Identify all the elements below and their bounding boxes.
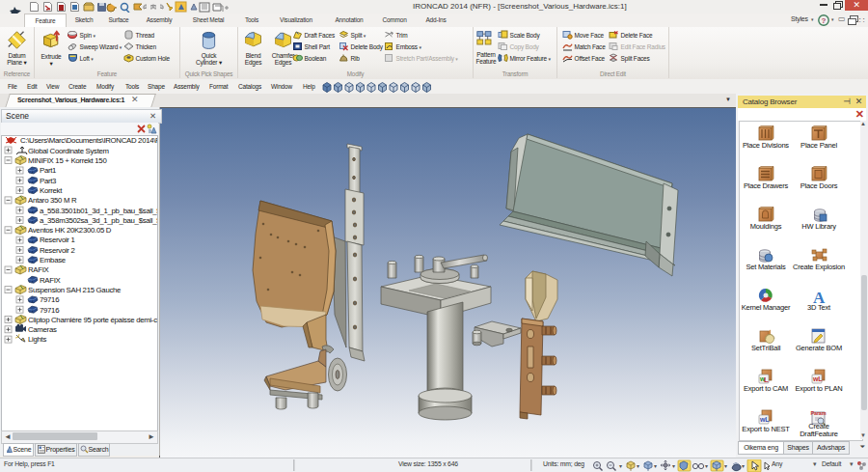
svg-text:Embase: Embase xyxy=(40,256,66,264)
svg-text:a_358m3502sa_3d_1_pb_bau_$sall: a_358m3502sa_3d_1_pb_bau_$sall_$acad_$ xyxy=(40,216,157,225)
svg-text:Cliptop Charnière 95 porte épa: Cliptop Charnière 95 porte épaisse demi-… xyxy=(28,316,157,324)
svg-text:▾: ▾ xyxy=(637,463,639,469)
svg-text:wL: wL xyxy=(759,416,770,423)
svg-text:Place Doors: Place Doors xyxy=(800,181,838,190)
svg-text:▾: ▾ xyxy=(619,463,622,469)
svg-text:DraftFeature: DraftFeature xyxy=(800,430,838,438)
svg-text:Part3: Part3 xyxy=(40,177,56,185)
svg-text:▾: ▾ xyxy=(742,463,745,469)
svg-text:Generate BOM: Generate BOM xyxy=(796,344,842,352)
svg-text:Reservoir 1: Reservoir 1 xyxy=(40,236,75,244)
svg-text:Place Panel: Place Panel xyxy=(800,141,837,150)
svg-text:RAFIX: RAFIX xyxy=(28,265,50,274)
svg-text:▾: ▾ xyxy=(672,463,675,469)
svg-text:wL: wL xyxy=(812,375,823,382)
svg-text:3D Text: 3D Text xyxy=(807,303,831,312)
svg-text:a_558.3501b01_3d_1_pb_bau_$sal: a_558.3501b01_3d_1_pb_bau_$sall_$acad_$ xyxy=(40,207,157,215)
svg-text:Set Materials: Set Materials xyxy=(746,263,786,271)
svg-text:Param: Param xyxy=(811,410,827,416)
svg-text:▾: ▾ xyxy=(724,463,727,469)
svg-text:Global Coordinate System: Global Coordinate System xyxy=(28,147,109,155)
svg-text:SetTriBall: SetTriBall xyxy=(751,344,781,352)
svg-text:RAFIX: RAFIX xyxy=(40,276,62,285)
svg-text:C:\Users\Marc\Documents\IRONCA: C:\Users\Marc\Documents\IRONCAD 2014\Fly… xyxy=(20,136,157,145)
svg-text:Lights: Lights xyxy=(28,335,46,344)
svg-text:Korrekt: Korrekt xyxy=(40,186,63,195)
svg-text:79716: 79716 xyxy=(40,306,59,315)
svg-text:Export to NEST: Export to NEST xyxy=(742,425,790,433)
svg-text:Export to CAM: Export to CAM xyxy=(744,384,788,393)
svg-text:MINIFIX 15 + Korrekt 150: MINIFIX 15 + Korrekt 150 xyxy=(28,156,107,165)
svg-text:79716: 79716 xyxy=(40,295,59,304)
svg-text:Cameras: Cameras xyxy=(28,325,57,334)
svg-text:Place Divisions: Place Divisions xyxy=(743,141,789,150)
svg-text:Aventos HK 20K2300.05 D: Aventos HK 20K2300.05 D xyxy=(28,226,112,235)
svg-text:HW Library: HW Library xyxy=(801,222,836,231)
svg-text:▾: ▾ xyxy=(705,463,708,469)
svg-text:Antaro 350 M R: Antaro 350 M R xyxy=(28,196,77,205)
svg-text:Kernel Manager: Kernel Manager xyxy=(742,303,791,312)
svg-text:Part1: Part1 xyxy=(40,166,56,175)
svg-text:Place Drawers: Place Drawers xyxy=(744,181,789,190)
svg-text:?: ? xyxy=(822,16,827,25)
svg-text:Export to PLAN: Export to PLAN xyxy=(796,384,843,393)
svg-text:Reservoir 2: Reservoir 2 xyxy=(40,246,75,255)
svg-text:▾: ▾ xyxy=(654,463,657,469)
svg-text:Create Explosion: Create Explosion xyxy=(793,263,845,271)
svg-text:Mouldings: Mouldings xyxy=(750,222,782,231)
svg-text:Suspension SAH 215 Gauche: Suspension SAH 215 Gauche xyxy=(28,286,121,294)
